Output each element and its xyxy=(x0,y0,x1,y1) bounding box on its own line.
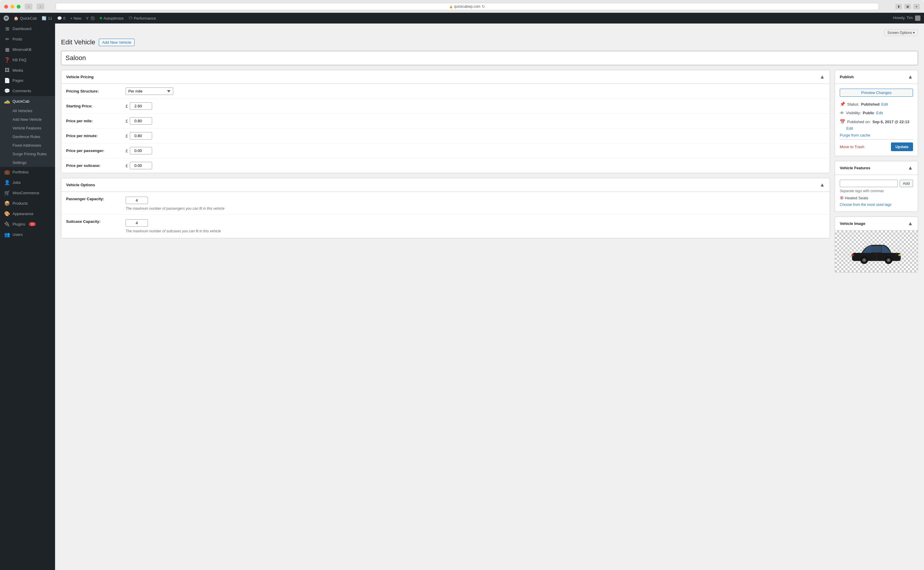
move-to-trash-link[interactable]: Move to Trash xyxy=(840,145,864,149)
sidebar-item-posts[interactable]: ✏ Posts xyxy=(0,34,55,44)
tag-remove-icon[interactable]: ⊗ xyxy=(840,195,844,200)
yoast-icon[interactable]: Y ⚫ xyxy=(86,16,95,20)
starting-price-input[interactable] xyxy=(130,102,152,110)
sidebar-sub-add-new-vehicle[interactable]: Add New Vehicle xyxy=(0,115,55,124)
sidebar-item-jobs[interactable]: 👤 Jobs xyxy=(0,177,55,188)
site-name-item[interactable]: 🏠 QuickCab xyxy=(14,16,37,20)
site-name-label: QuickCab xyxy=(20,16,37,20)
passenger-capacity-control xyxy=(126,197,224,204)
price-per-minute-input[interactable] xyxy=(130,132,152,139)
vehicle-image-container[interactable] xyxy=(835,231,918,272)
autoptimize-label: Autoptimize xyxy=(104,16,124,20)
status-icon: 📌 xyxy=(840,101,846,107)
published-edit-link[interactable]: Edit xyxy=(846,126,853,130)
plugins-badge: 10 xyxy=(29,222,36,226)
starting-price-control: £ xyxy=(126,102,152,110)
vehicle-options-toggle[interactable]: ▲ xyxy=(820,182,825,188)
sidebar-item-kbfaq[interactable]: ❓ KB FAQ xyxy=(0,55,55,65)
passenger-capacity-input[interactable] xyxy=(126,197,148,204)
comments-count: 0 xyxy=(63,16,66,20)
sidebar-item-users[interactable]: 👥 Users xyxy=(0,229,55,240)
sidebar-sub-geofence-rules[interactable]: Geofence Rules xyxy=(0,132,55,141)
update-button[interactable]: Update xyxy=(891,142,913,151)
vehicle-image-body xyxy=(835,231,918,272)
passenger-capacity-spinner xyxy=(126,197,148,204)
reload-button[interactable]: ↻ xyxy=(482,4,485,9)
sidebar-item-comments[interactable]: 💬 Comments xyxy=(0,86,55,96)
features-input-row: Add xyxy=(840,180,913,187)
sidebar-sub-vehicle-features[interactable]: Vehicle Features xyxy=(0,124,55,132)
status-edit-link[interactable]: Edit xyxy=(881,102,888,107)
back-button[interactable]: ‹ xyxy=(25,3,32,9)
close-dot[interactable] xyxy=(4,5,8,9)
pricing-structure-select[interactable]: Per mile Per km Fixed xyxy=(126,87,173,95)
add-tag-button[interactable]: Add xyxy=(899,180,913,187)
svg-point-5 xyxy=(887,259,889,261)
currency-symbol-4: £ xyxy=(126,149,128,153)
content-columns: Vehicle Pricing ▲ Pricing Structure: Per… xyxy=(61,70,918,277)
autoptimize-item[interactable]: Autoptimize xyxy=(100,16,124,20)
settings-label: Settings xyxy=(12,160,26,165)
sidebar-item-appearance[interactable]: 🎨 Appearance xyxy=(0,208,55,219)
price-per-mile-input[interactable] xyxy=(130,117,152,125)
currency-symbol-5: £ xyxy=(126,163,128,168)
add-tab-button[interactable]: + xyxy=(913,4,920,9)
visibility-edit-link[interactable]: Edit xyxy=(876,111,883,115)
quickcab-submenu: All Vehicles Add New Vehicle Vehicle Fea… xyxy=(0,107,55,167)
sidebar-item-products[interactable]: 📦 Products xyxy=(0,198,55,208)
new-tab-button[interactable]: ⊞ xyxy=(904,4,911,9)
geofence-rules-label: Geofence Rules xyxy=(12,135,40,139)
sidebar-item-dashboard[interactable]: ⊞ Dashboard xyxy=(0,23,55,34)
choose-tags-link[interactable]: Choose from the most used tags xyxy=(840,202,913,207)
new-item[interactable]: + New xyxy=(70,16,81,20)
updates-item[interactable]: 🔄 11 xyxy=(42,16,52,20)
vehicle-pricing-header[interactable]: Vehicle Pricing ▲ xyxy=(61,70,830,84)
forward-button[interactable]: › xyxy=(37,3,45,9)
sidebar-item-pages[interactable]: 📄 Pages xyxy=(0,75,55,86)
vehicle-image-toggle[interactable]: ▲ xyxy=(908,221,913,227)
sidebar-sub-fixed-addresses[interactable]: Fixed Addresses xyxy=(0,141,55,150)
vehicle-name-input[interactable] xyxy=(61,51,918,65)
sidebar-item-portfolios[interactable]: 💼 Portfolios xyxy=(0,167,55,177)
sidebar-sub-settings[interactable]: Settings xyxy=(0,158,55,167)
features-tag-input[interactable] xyxy=(840,180,898,187)
kbfaq-icon: ❓ xyxy=(4,57,10,63)
updates-icon: 🔄 xyxy=(42,16,46,20)
comments-item[interactable]: 💬 0 xyxy=(57,16,66,20)
wp-logo[interactable]: W xyxy=(3,15,9,21)
vehicle-pricing-toggle[interactable]: ▲ xyxy=(820,74,825,80)
sidebar-item-plugins[interactable]: 🔌 Plugins 10 xyxy=(0,219,55,229)
share-button[interactable]: ⬆ xyxy=(895,4,902,9)
minimize-dot[interactable] xyxy=(11,5,14,9)
sidebar-item-media[interactable]: 🖼 Media xyxy=(0,65,55,75)
passenger-capacity-row: Passenger Capacity: The maximum number o… xyxy=(61,192,830,215)
purge-cache-link[interactable]: Purge from cache xyxy=(840,133,913,138)
sidebar-sub-surge-pricing-rules[interactable]: Surge Pricing Rules xyxy=(0,150,55,158)
price-per-passenger-input[interactable] xyxy=(130,147,152,155)
performance-item[interactable]: 🛡 Performance xyxy=(129,16,156,20)
address-bar[interactable]: 🔒 quickcabwp.com ↻ xyxy=(56,3,879,10)
publish-toggle[interactable]: ▲ xyxy=(908,74,913,80)
price-per-minute-control: £ xyxy=(126,132,152,139)
car-image xyxy=(847,238,906,265)
sidebar-item-minervakb[interactable]: ▦ MinervaKB xyxy=(0,44,55,55)
price-per-suitcase-input[interactable] xyxy=(130,162,152,169)
suitcase-capacity-input[interactable] xyxy=(126,219,148,227)
sidebar-label-portfolios: Portfolios xyxy=(12,170,29,174)
vehicle-features-toggle[interactable]: ▲ xyxy=(908,165,913,171)
vehicle-features-header[interactable]: Vehicle Features ▲ xyxy=(835,161,918,175)
sidebar-item-woocommerce[interactable]: 🛒 WooCommerce xyxy=(0,188,55,198)
preview-changes-button[interactable]: Preview Changes xyxy=(840,89,913,97)
status-label: Status: xyxy=(847,102,859,107)
maximize-dot[interactable] xyxy=(17,5,20,9)
sidebar-item-quickcab[interactable]: 🚕 QuickCab xyxy=(0,96,55,107)
screen-options-button[interactable]: Screen Options ▾ xyxy=(884,29,918,36)
sidebar-sub-all-vehicles[interactable]: All Vehicles xyxy=(0,107,55,115)
pricing-structure-label: Pricing Structure: xyxy=(66,89,126,93)
add-new-vehicle-button[interactable]: Add New Vehicle xyxy=(99,39,135,46)
vehicle-options-header[interactable]: Vehicle Options ▲ xyxy=(61,178,830,192)
publish-header[interactable]: Publish ▲ xyxy=(835,70,918,84)
vehicle-image-header[interactable]: Vehicle Image ▲ xyxy=(835,217,918,231)
price-per-passenger-control: £ xyxy=(126,147,152,155)
fixed-addresses-label: Fixed Addresses xyxy=(12,143,41,147)
